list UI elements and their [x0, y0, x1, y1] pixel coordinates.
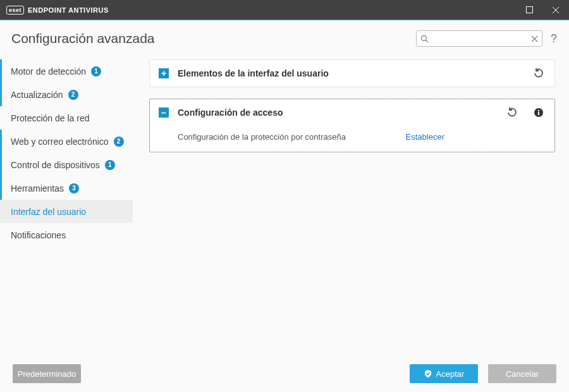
close-icon [552, 6, 560, 14]
sidebar-item-badge: 2 [114, 137, 124, 147]
svg-line-4 [426, 40, 429, 42]
svg-rect-0 [526, 7, 532, 13]
help-button[interactable]: ? [549, 32, 559, 46]
shield-check-icon [424, 369, 432, 378]
sidebar-item-0[interactable]: Motor de detección1 [0, 59, 133, 83]
sidebar-item-3[interactable]: Web y correo electrónico2 [0, 130, 133, 153]
square-icon [526, 6, 533, 13]
sidebar-item-7[interactable]: Notificaciones [0, 223, 133, 247]
brand-badge: eset [6, 6, 24, 15]
undo-icon [534, 68, 544, 78]
sidebar-item-label: Actualización [11, 90, 63, 100]
password-protection-set-link[interactable]: Establecer [406, 132, 444, 142]
sidebar-item-badge: 3 [69, 183, 79, 193]
product-name: ENDPOINT ANTIVIRUS [28, 6, 109, 14]
sidebar-item-badge: 1 [105, 160, 115, 170]
sidebar-item-2[interactable]: Protección de la red [0, 106, 133, 130]
sidebar-item-badge: 1 [91, 66, 101, 77]
sidebar-item-badge: 2 [68, 90, 78, 100]
cancel-button[interactable]: Cancelar [488, 364, 556, 383]
clear-search-icon[interactable] [531, 35, 538, 42]
sidebar-item-4[interactable]: Control de dispositivos1 [0, 153, 133, 176]
default-button[interactable]: Predeterminado [13, 364, 81, 383]
window-controls [516, 0, 569, 20]
panel-access: – Configuración de acceso Configuración … [149, 99, 555, 152]
panel-ui-elements-title: Elementos de la interfaz del usuario [178, 68, 329, 78]
sidebar-item-label: Herramientas [11, 183, 64, 193]
password-protection-label: Configuración de la protección por contr… [178, 132, 346, 142]
app-logo: eset ENDPOINT ANTIVIRUS [6, 6, 109, 15]
footer: Predeterminado Aceptar Cancelar [0, 355, 569, 392]
svg-rect-8 [538, 112, 539, 115]
accept-button-label: Aceptar [436, 369, 465, 379]
header-tools: ? [416, 30, 559, 47]
sidebar-item-label: Motor de detección [11, 66, 86, 77]
header: Configuración avanzada ? [0, 20, 569, 57]
panel-access-info-button[interactable] [532, 106, 546, 119]
sidebar-item-5[interactable]: Herramientas3 [0, 176, 133, 200]
svg-point-3 [422, 35, 427, 40]
window-close-button[interactable] [542, 0, 569, 20]
page-title: Configuración avanzada [11, 31, 155, 46]
titlebar: eset ENDPOINT ANTIVIRUS [0, 0, 569, 20]
panel-access-title: Configuración de acceso [178, 107, 283, 118]
panel-access-reset-button[interactable] [505, 106, 519, 119]
undo-icon [507, 107, 517, 118]
panel-ui-elements-reset-button[interactable] [532, 66, 546, 80]
svg-rect-9 [538, 110, 539, 111]
accept-button[interactable]: Aceptar [410, 364, 478, 383]
window-maximize-button[interactable] [516, 0, 542, 20]
panel-ui-elements-header[interactable]: + Elementos de la interfaz del usuario [150, 60, 554, 87]
sidebar-item-1[interactable]: Actualización2 [0, 83, 133, 106]
search-input[interactable] [429, 34, 531, 43]
plus-icon: + [159, 68, 169, 78]
search-box[interactable] [416, 30, 542, 47]
sidebar: Motor de detección1Actualización2Protecc… [0, 57, 133, 355]
search-icon [420, 35, 429, 43]
minus-icon: – [159, 107, 169, 118]
sidebar-item-6[interactable]: Interfaz del usuario [0, 200, 133, 223]
panel-access-header[interactable]: – Configuración de acceso [150, 99, 554, 126]
sidebar-item-label: Control de dispositivos [11, 160, 100, 170]
sidebar-item-label: Interfaz del usuario [11, 207, 86, 217]
info-icon [534, 107, 544, 118]
sidebar-item-label: Protección de la red [11, 113, 90, 123]
content: + Elementos de la interfaz del usuario –… [133, 57, 569, 355]
sidebar-item-label: Notificaciones [11, 230, 66, 240]
panel-ui-elements: + Elementos de la interfaz del usuario [149, 59, 555, 87]
body: Motor de detección1Actualización2Protecc… [0, 57, 569, 355]
panel-access-body: Configuración de la protección por contr… [150, 126, 554, 152]
sidebar-item-label: Web y correo electrónico [11, 137, 109, 147]
